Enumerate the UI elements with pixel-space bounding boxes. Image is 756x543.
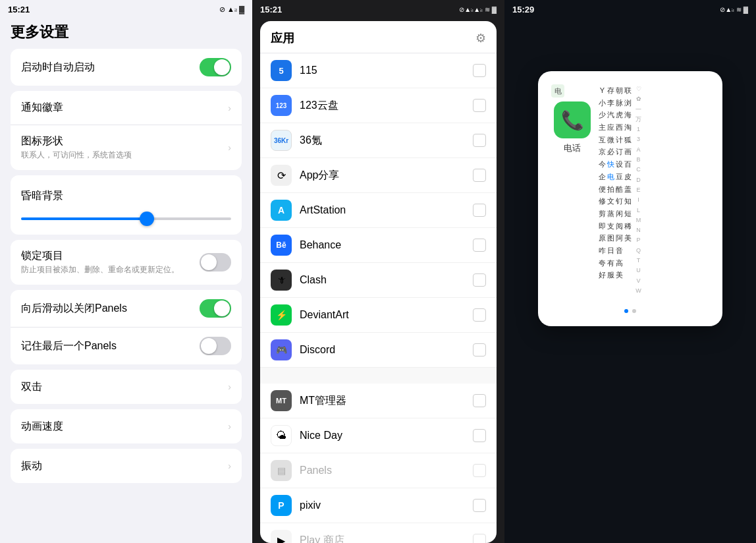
settings-item-badge[interactable]: 通知徽章 › bbox=[11, 91, 242, 125]
vibration-label: 振动 bbox=[21, 459, 42, 473]
settings-group-animation: 动画速度 › bbox=[11, 409, 242, 443]
app-item-36k[interactable]: 36Kr 36氪 bbox=[260, 123, 497, 158]
vibration-chevron: › bbox=[228, 461, 231, 471]
settings-group-lock: 锁定项目 防止项目被添加、删除、重命名或更新定位。 bbox=[11, 240, 242, 285]
settings-item-lock: 锁定项目 防止项目被添加、删除、重命名或更新定位。 bbox=[11, 240, 242, 285]
settings-item-remember-panels: 记住最后一个Panels bbox=[11, 328, 242, 364]
icon-shape-label: 图标形状 bbox=[21, 134, 132, 148]
app-icon-niceday: 🌤 bbox=[271, 425, 292, 446]
app-checkbox-niceday[interactable] bbox=[473, 429, 486, 442]
app-item-discord[interactable]: 🎮 Discord bbox=[260, 333, 497, 368]
app-checkbox-pixiv[interactable] bbox=[473, 499, 486, 512]
app-checkbox-mt[interactable] bbox=[473, 394, 486, 407]
app-item-appshare[interactable]: ⟳ App分享 bbox=[260, 158, 497, 193]
page-title-bar: 更多设置 bbox=[0, 18, 252, 49]
status-icons-1: ⊘ ▲ᵢₗ ▓ bbox=[219, 5, 244, 14]
settings-item-animation[interactable]: 动画速度 › bbox=[11, 409, 242, 443]
app-item-behance[interactable]: Bē Behance bbox=[260, 228, 497, 263]
app-name-mt: MT管理器 bbox=[300, 394, 465, 408]
status-time-2: 15:21 bbox=[260, 5, 282, 14]
app-icon-123: 123 bbox=[271, 95, 292, 116]
app-name-123: 123云盘 bbox=[300, 99, 465, 113]
app-icon-panels: ▤ bbox=[271, 460, 292, 481]
signal-icon-3: ⊘▲ᵢₗ ≋ ▓ bbox=[720, 6, 748, 13]
app-list-container: 应用 ⚙ 5 115 123 123云盘 36Kr 36氪 bbox=[260, 21, 497, 543]
phone-app-label: 电话 bbox=[564, 142, 581, 154]
app-icon-behance: Bē bbox=[271, 235, 292, 256]
phone-app-icon[interactable]: 📞 bbox=[554, 101, 591, 138]
app-item-115[interactable]: 5 115 bbox=[260, 53, 497, 88]
dim-label: 昏暗背景 bbox=[21, 189, 63, 203]
app-item-deviantart[interactable]: ⚡ DeviantArt bbox=[260, 298, 497, 333]
app-item-niceday[interactable]: 🌤 Nice Day bbox=[260, 418, 497, 453]
settings-item-dim: 昏暗背景 bbox=[11, 175, 242, 210]
status-bar-1: 15:21 ⊘ ▲ᵢₗ ▓ bbox=[0, 0, 252, 18]
app-list-title: 应用 bbox=[271, 30, 294, 46]
autostart-toggle[interactable] bbox=[200, 58, 231, 76]
settings-group-dim: 昏暗背景 bbox=[11, 175, 242, 235]
app-checkbox-appshare[interactable] bbox=[473, 169, 486, 182]
slider-thumb[interactable] bbox=[140, 212, 154, 226]
contact-col-1: Y 小 少 主 互 京 今 企 便 修 剪 即 原 咋 夸 好 bbox=[599, 84, 606, 296]
page-title: 更多设置 bbox=[11, 22, 242, 42]
app-checkbox-115[interactable] bbox=[473, 64, 486, 77]
app-checkbox-clash[interactable] bbox=[473, 273, 486, 287]
settings-item-vibration[interactable]: 振动 › bbox=[11, 449, 242, 483]
icon-shape-chevron: › bbox=[228, 142, 231, 153]
app-list-scroll[interactable]: 5 115 123 123云盘 36Kr 36氪 ⟳ bbox=[260, 53, 497, 543]
lock-toggle[interactable] bbox=[200, 253, 231, 272]
app-item-123[interactable]: 123 123云盘 bbox=[260, 88, 497, 123]
app-name-appshare: App分享 bbox=[300, 169, 465, 183]
app-item-clash[interactable]: 🗡 Clash bbox=[260, 263, 497, 298]
app-list-panel: 15:21 ⊘▲ᵢₗ▲ᵢₗ ≋ ▓ 应用 ⚙ 5 115 123 123云盘 bbox=[252, 0, 504, 543]
app-icon-artstation: A bbox=[271, 200, 292, 221]
settings-item-double-tap[interactable]: 双击 › bbox=[11, 370, 242, 404]
dot-1 bbox=[624, 309, 628, 313]
app-checkbox-36k[interactable] bbox=[473, 134, 486, 147]
app-item-artstation[interactable]: A ArtStation bbox=[260, 193, 497, 228]
app-icon-115: 5 bbox=[271, 60, 292, 81]
double-tap-label: 双击 bbox=[21, 380, 42, 394]
settings-group-double-tap: 双击 › bbox=[11, 370, 242, 404]
app-checkbox-123[interactable] bbox=[473, 99, 486, 112]
badge-chevron: › bbox=[228, 103, 231, 113]
app-icon-appshare: ⟳ bbox=[271, 165, 292, 186]
animation-label: 动画速度 bbox=[21, 420, 63, 434]
dot-2 bbox=[632, 309, 636, 313]
app-item-panels[interactable]: ▤ Panels bbox=[260, 453, 497, 488]
icon-shape-sub: 联系人，可访问性，系统首选项 bbox=[21, 150, 132, 161]
app-checkbox-play[interactable] bbox=[473, 534, 486, 543]
settings-group-swipe: 向后滑动以关闭Panels 记住最后一个Panels bbox=[11, 290, 242, 364]
app-checkbox-behance[interactable] bbox=[473, 239, 486, 252]
app-checkbox-discord[interactable] bbox=[473, 343, 486, 357]
app-checkbox-panels[interactable] bbox=[473, 464, 486, 477]
app-name-behance: Behance bbox=[300, 239, 465, 251]
app-icon-mt: MT bbox=[271, 390, 292, 411]
slider-track[interactable] bbox=[21, 217, 231, 220]
phone-popup: 电 📞 电话 Y 小 少 主 互 京 今 企 便 修 bbox=[538, 71, 722, 326]
app-checkbox-deviantart[interactable] bbox=[473, 308, 486, 322]
popup-content: 电 📞 电话 Y 小 少 主 互 京 今 企 便 修 bbox=[551, 84, 709, 296]
remember-panels-toggle[interactable] bbox=[200, 337, 231, 355]
app-checkbox-artstation[interactable] bbox=[473, 204, 486, 217]
app-name-115: 115 bbox=[300, 65, 465, 76]
app-name-discord: Discord bbox=[300, 344, 465, 356]
gear-icon[interactable]: ⚙ bbox=[475, 31, 486, 45]
settings-item-autostart: 启动时自动启动 bbox=[11, 49, 242, 86]
double-tap-chevron: › bbox=[228, 382, 231, 392]
app-name-36k: 36氪 bbox=[300, 134, 465, 148]
swipe-close-toggle[interactable] bbox=[200, 299, 231, 318]
app-item-play[interactable]: ▶ Play 商店 bbox=[260, 523, 497, 543]
status-time-1: 15:21 bbox=[8, 5, 30, 14]
app-item-pixiv[interactable]: P pixiv bbox=[260, 488, 497, 523]
section-label-badge: 电 bbox=[551, 84, 564, 98]
lock-label: 锁定项目 bbox=[21, 249, 179, 263]
app-icon-36k: 36Kr bbox=[271, 130, 292, 151]
settings-item-icon-shape[interactable]: 图标形状 联系人，可访问性，系统首选项 › bbox=[11, 125, 242, 170]
slider-fill bbox=[21, 217, 147, 220]
contact-grid: Y 小 少 主 互 京 今 企 便 修 剪 即 原 咋 夸 好 bbox=[599, 84, 709, 296]
animation-chevron: › bbox=[228, 421, 231, 432]
app-item-mt[interactable]: MT MT管理器 bbox=[260, 384, 497, 418]
phone-section: 电 📞 电话 bbox=[551, 84, 593, 154]
status-bar-3: 15:29 ⊘▲ᵢₗ ≋ ▓ bbox=[504, 0, 756, 18]
